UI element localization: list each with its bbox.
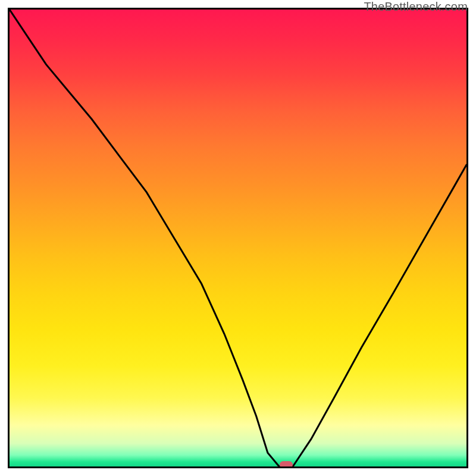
curve-layer (10, 10, 466, 466)
optimal-point-marker (280, 461, 293, 468)
bottleneck-curve-path (10, 10, 466, 466)
watermark-text: TheBottleneck.com (364, 0, 468, 14)
bottleneck-chart: TheBottleneck.com (0, 0, 476, 476)
plot-area (8, 8, 468, 468)
